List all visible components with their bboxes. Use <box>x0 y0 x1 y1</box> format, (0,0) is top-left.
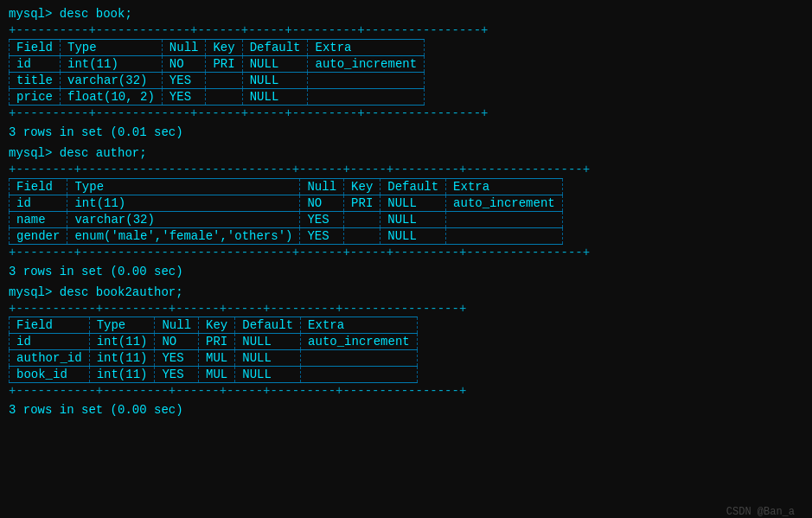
col-extra: Extra <box>308 39 425 55</box>
cell: id <box>10 55 61 72</box>
top-border-book2author: +-----------+---------+------+-----+----… <box>9 301 803 317</box>
cell: varchar(32) <box>61 72 163 88</box>
prompt-book: mysql> desc book; <box>9 7 803 21</box>
cell: id <box>10 334 90 350</box>
cell <box>206 72 242 88</box>
col-key: Key <box>344 178 380 195</box>
table-header-book2author: Field Type Null Key Default Extra <box>10 317 418 334</box>
result-author: 3 rows in set (0.00 sec) <box>9 265 803 278</box>
col-type: Type <box>61 39 163 55</box>
table-row: title varchar(32) YES NULL <box>10 72 425 88</box>
col-field: Field <box>10 317 90 334</box>
table-row: author_id int(11) YES MUL NULL <box>10 350 418 367</box>
cell: YES <box>300 211 344 227</box>
col-extra: Extra <box>446 178 563 195</box>
cell: NO <box>155 334 199 350</box>
result-book2author: 3 rows in set (0.00 sec) <box>9 403 803 417</box>
cell: NULL <box>242 72 308 88</box>
col-default: Default <box>242 39 308 55</box>
table-row: id int(11) NO PRI NULL auto_increment <box>10 334 418 350</box>
cell <box>446 227 563 244</box>
cell: MUL <box>199 350 235 367</box>
cell: varchar(32) <box>67 211 300 227</box>
cell: NULL <box>380 211 446 227</box>
table-row: book_id int(11) YES MUL NULL <box>10 367 418 383</box>
result-book: 3 rows in set (0.01 sec) <box>9 125 803 139</box>
col-field: Field <box>10 39 61 55</box>
cell <box>301 367 418 383</box>
cell <box>206 88 242 105</box>
col-default: Default <box>380 178 446 195</box>
cell: NO <box>300 195 344 211</box>
col-type: Type <box>67 178 300 195</box>
table-book: Field Type Null Key Default Extra id int… <box>9 39 425 106</box>
bottom-border-book2author: +-----------+---------+------+-----+----… <box>9 383 803 400</box>
prompt-author: mysql> desc author; <box>9 146 803 160</box>
cell: PRI <box>199 334 235 350</box>
cell: int(11) <box>89 350 155 367</box>
cell: NO <box>162 55 206 72</box>
prompt-book2author: mysql> desc book2author; <box>9 285 803 299</box>
cell <box>446 211 563 227</box>
cell: id <box>10 195 67 211</box>
top-border-book: +----------+-------------+------+-----+-… <box>9 22 803 39</box>
cell: int(11) <box>89 334 155 350</box>
cell: PRI <box>344 195 380 211</box>
cell <box>308 72 425 88</box>
cell: NULL <box>235 334 301 350</box>
cell: book_id <box>10 367 90 383</box>
col-type: Type <box>89 317 155 334</box>
cell: title <box>10 72 61 88</box>
table-row: gender enum('male','female','others') YE… <box>10 227 563 244</box>
block-author: mysql> desc author; +--------+----------… <box>9 146 803 278</box>
cell <box>308 88 425 105</box>
top-border-author: +--------+-----------------------------+… <box>9 162 803 178</box>
cell: PRI <box>206 55 242 72</box>
table-row: id int(11) NO PRI NULL auto_increment <box>10 55 425 72</box>
cell: author_id <box>10 350 90 367</box>
cell <box>301 350 418 367</box>
cell: YES <box>162 72 206 88</box>
terminal: mysql> desc book; +----------+----------… <box>9 7 803 518</box>
block-book: mysql> desc book; +----------+----------… <box>9 7 803 139</box>
table-row: id int(11) NO PRI NULL auto_increment <box>10 195 563 211</box>
table-header-book: Field Type Null Key Default Extra <box>10 39 425 55</box>
bottom-border-book: +----------+-------------+------+-----+-… <box>9 106 803 122</box>
cell: YES <box>155 367 199 383</box>
col-null: Null <box>162 39 206 55</box>
col-field: Field <box>10 178 67 195</box>
table-book2author: Field Type Null Key Default Extra id int… <box>9 317 418 383</box>
cell: price <box>10 88 61 105</box>
cell: NULL <box>380 227 446 244</box>
cell: gender <box>10 227 67 244</box>
col-key: Key <box>199 317 235 334</box>
bottom-border-author: +--------+-----------------------------+… <box>9 245 803 261</box>
cell: YES <box>300 227 344 244</box>
table-author: Field Type Null Key Default Extra id int… <box>9 178 563 245</box>
cell: NULL <box>242 88 308 105</box>
cell: NULL <box>235 350 301 367</box>
cell: NULL <box>380 195 446 211</box>
cell: auto_increment <box>308 55 425 72</box>
col-null: Null <box>300 178 344 195</box>
cell: int(11) <box>61 55 163 72</box>
cell: YES <box>162 88 206 105</box>
cell: auto_increment <box>446 195 563 211</box>
table-header-author: Field Type Null Key Default Extra <box>10 178 563 195</box>
cell: int(11) <box>89 367 155 383</box>
block-book2author: mysql> desc book2author; +-----------+--… <box>9 285 803 418</box>
cell <box>344 227 380 244</box>
cell: NULL <box>235 367 301 383</box>
cell: NULL <box>242 55 308 72</box>
cell: name <box>10 211 67 227</box>
cell: auto_increment <box>301 334 418 350</box>
table-row: price float(10, 2) YES NULL <box>10 88 425 105</box>
watermark: CSDN @Ban_a <box>726 506 795 518</box>
col-extra: Extra <box>301 317 418 334</box>
cell: enum('male','female','others') <box>67 227 300 244</box>
cell: YES <box>155 350 199 367</box>
cell: MUL <box>199 367 235 383</box>
cell <box>344 211 380 227</box>
cell: float(10, 2) <box>61 88 163 105</box>
cell: int(11) <box>67 195 300 211</box>
